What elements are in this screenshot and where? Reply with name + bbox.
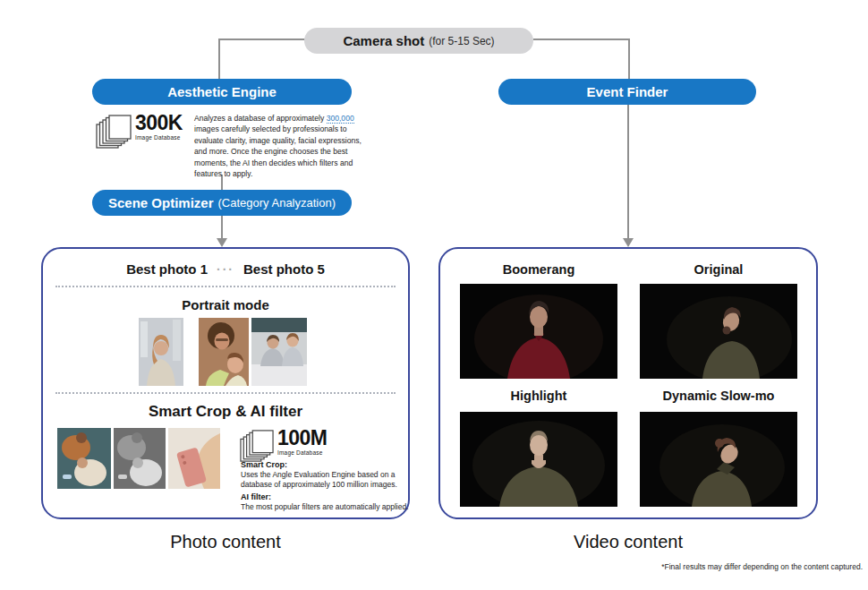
portrait-photo-3: [251, 318, 307, 386]
arrow-scene-to-photo-box: [221, 216, 223, 239]
camera-shot-title: Camera shot: [343, 33, 424, 48]
database-caption: Image Database: [135, 135, 183, 141]
portrait-photo-2: [199, 318, 249, 386]
image-database-100m: 100M Image Database: [240, 428, 328, 464]
arrow-event-to-video-box: [627, 105, 629, 239]
300k-images-link[interactable]: 300,000: [327, 114, 354, 124]
database-count: 100M: [277, 428, 328, 449]
dotted-divider: [55, 392, 396, 394]
smart-crop-photo-color: [57, 428, 111, 489]
dotted-divider: [55, 286, 396, 287]
aesthetic-engine-node: Aesthetic Engine: [92, 79, 352, 105]
best-photo-1-label: Best photo 1: [126, 261, 208, 277]
disclaimer-footnote: *Final results may differ depending on t…: [661, 562, 863, 571]
database-count: 300K: [135, 113, 183, 133]
ai-filter-text: The most popular filters are automatical…: [241, 502, 413, 512]
aesthetic-engine-label: Aesthetic Engine: [167, 84, 277, 99]
ai-filter-label: AI filter:: [241, 492, 411, 501]
infographic-canvas: Camera shot (for 5-15 Sec) Aesthetic Eng…: [0, 0, 868, 590]
video-content-box: Boomerang Original: [438, 247, 818, 519]
portrait-photo-1: [139, 318, 183, 386]
portrait-mode-title: Portrait mode: [43, 297, 408, 312]
event-finder-label: Event Finder: [587, 84, 668, 99]
image-database-300k: 300K Image Database: [96, 113, 183, 150]
connector-camera-to-event: [533, 38, 630, 81]
scene-optimizer-label: Scene Optimizer: [108, 195, 214, 210]
scene-optimizer-note: (Category Analyzation): [218, 196, 336, 209]
connector-camera-to-aesthetic: [218, 38, 306, 81]
smart-crop-title: Smart Crop & AI filter: [43, 403, 408, 421]
scene-optimizer-node: Scene Optimizer (Category Analyzation): [92, 190, 352, 216]
video-content-footer: Video content: [438, 532, 818, 552]
image-stack-icon: [240, 428, 274, 464]
photo-content-box: Best photo 1 ··· Best photo 5 Portrait m…: [41, 247, 410, 519]
video-label-highlight: Highlight: [460, 389, 617, 403]
video-label-dynamic-slow-mo: Dynamic Slow-mo: [640, 389, 797, 403]
video-thumb-dynamic-slow-mo: [640, 412, 797, 507]
image-stack-icon: [96, 113, 132, 150]
database-caption: Image Database: [277, 450, 328, 457]
camera-shot-note: (for 5-15 Sec): [429, 35, 494, 47]
event-finder-node: Event Finder: [498, 79, 756, 105]
arrow-down-icon: [623, 238, 634, 247]
video-label-boomerang: Boomerang: [460, 262, 617, 277]
smart-crop-label: Smart Crop:: [241, 460, 411, 469]
description-text: Analyzes a database of approximately: [194, 114, 327, 123]
photo-content-footer: Photo content: [41, 532, 410, 552]
description-text: images carefully selected by professiona…: [194, 124, 362, 178]
video-thumb-original: [640, 284, 797, 379]
ellipsis-dots: ···: [217, 262, 234, 277]
best-photo-5-label: Best photo 5: [243, 261, 325, 277]
smart-crop-text: Uses the Angle Evaluation Engine based o…: [241, 470, 413, 489]
video-thumb-boomerang: [460, 284, 617, 379]
video-thumb-highlight: [460, 412, 617, 507]
smart-crop-photo-bw: [114, 428, 166, 489]
video-label-original: Original: [640, 262, 797, 277]
best-photo-row: Best photo 1 ··· Best photo 5: [43, 261, 408, 277]
aesthetic-engine-description: Analyzes a database of approximately 300…: [194, 113, 371, 179]
arrow-down-icon: [217, 238, 227, 247]
camera-shot-node: Camera shot (for 5-15 Sec): [304, 28, 533, 54]
smart-crop-photo-phone: [168, 428, 220, 489]
